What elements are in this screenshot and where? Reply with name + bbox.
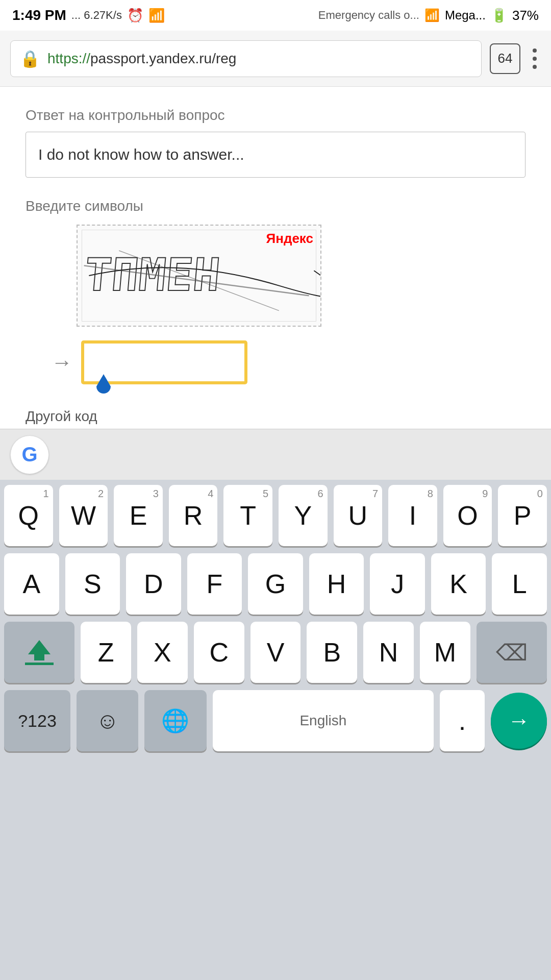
keyboard-row-1: Q1 W2 E3 R4 T5 Y6 U7 I8 O9 P0	[4, 485, 547, 546]
key-d[interactable]: D	[126, 553, 181, 615]
key-t[interactable]: T5	[223, 485, 272, 546]
url-https: https://	[47, 51, 90, 66]
key-h[interactable]: H	[309, 553, 364, 615]
captcha-input-field[interactable]	[83, 342, 246, 383]
globe-key[interactable]: 🌐	[144, 690, 206, 751]
key-j[interactable]: J	[370, 553, 425, 615]
battery-icon: 🔋	[491, 8, 507, 23]
other-code-link[interactable]: Другой код	[26, 408, 525, 425]
backspace-icon: ⌫	[496, 640, 528, 666]
key-l[interactable]: L	[492, 553, 547, 615]
keyboard-row-3: Z X C V B N M ⌫	[4, 622, 547, 683]
url-domain: passport.yandex.ru/reg	[90, 51, 236, 66]
key-i[interactable]: I8	[388, 485, 437, 546]
key-c[interactable]: C	[194, 622, 244, 683]
key-r[interactable]: R4	[169, 485, 218, 546]
key-x[interactable]: X	[137, 622, 188, 683]
shift-key[interactable]	[4, 622, 74, 683]
captcha-arrow-icon: →	[51, 350, 72, 375]
security-answer-input[interactable]: I do not know how to answer...	[26, 132, 525, 178]
enter-key[interactable]: →	[491, 693, 547, 749]
key-m[interactable]: M	[420, 622, 470, 683]
google-logo[interactable]: G	[10, 435, 49, 474]
period-key[interactable]: .	[440, 690, 485, 751]
keyboard-row-4: ?123 ☺ 🌐 English . →	[4, 690, 547, 751]
lock-icon: 🔒	[20, 49, 40, 68]
key-g[interactable]: G	[248, 553, 303, 615]
browser-menu[interactable]	[529, 48, 541, 69]
key-z[interactable]: Z	[81, 622, 131, 683]
security-answer-value: I do not know how to answer...	[38, 146, 244, 163]
key-y[interactable]: Y6	[279, 485, 328, 546]
status-left: 1:49 PM ... 6.27K/s ⏰ 📶	[12, 7, 165, 23]
captcha-section: Введите символы Яндекс ТПМЕН →	[26, 198, 525, 383]
key-n[interactable]: N	[363, 622, 414, 683]
security-answer-label: Ответ на контрольный вопрос	[26, 107, 525, 124]
space-key[interactable]: English	[213, 690, 434, 751]
key-b[interactable]: B	[307, 622, 357, 683]
captcha-input-row: →	[51, 342, 525, 383]
wifi-icon: 📶	[148, 8, 165, 23]
keyboard: Q1 W2 E3 R4 T5 Y6 U7 I8 O9 P0 A S D F G …	[0, 480, 551, 980]
shift-arrow-icon	[25, 640, 54, 665]
battery-percent: 37%	[512, 8, 539, 23]
google-bar: G	[0, 429, 551, 480]
backspace-key[interactable]: ⌫	[477, 622, 547, 683]
status-right: Emergency calls o... 📶 Mega... 🔋 37%	[318, 8, 539, 23]
num-sym-key[interactable]: ?123	[4, 690, 70, 751]
key-u[interactable]: U7	[334, 485, 383, 546]
key-w[interactable]: W2	[59, 485, 108, 546]
status-time: 1:49 PM	[12, 7, 66, 23]
key-f[interactable]: F	[187, 553, 242, 615]
network-info: ... 6.27K/s	[71, 9, 122, 22]
tab-count[interactable]: 64	[490, 43, 520, 74]
url-box[interactable]: 🔒 https://passport.yandex.ru/reg	[10, 40, 482, 77]
carrier-text: Mega...	[445, 8, 486, 22]
key-o[interactable]: O9	[443, 485, 492, 546]
alarm-icon: ⏰	[127, 8, 143, 23]
status-bar: 1:49 PM ... 6.27K/s ⏰ 📶 Emergency calls …	[0, 0, 551, 31]
google-g: G	[21, 443, 37, 466]
key-e[interactable]: E3	[114, 485, 163, 546]
emergency-text: Emergency calls o...	[318, 9, 419, 22]
captcha-svg: ТПМЕН	[78, 226, 320, 326]
key-s[interactable]: S	[65, 553, 120, 615]
key-k[interactable]: K	[431, 553, 486, 615]
key-v[interactable]: V	[251, 622, 301, 683]
url-text: https://passport.yandex.ru/reg	[47, 51, 236, 67]
browser-bar: 🔒 https://passport.yandex.ru/reg 64	[0, 31, 551, 87]
emoji-key[interactable]: ☺	[77, 690, 138, 751]
water-drop-icon	[94, 373, 113, 397]
captcha-image[interactable]: Яндекс ТПМЕН	[77, 225, 321, 327]
key-p[interactable]: P0	[498, 485, 547, 546]
keyboard-row-2: A S D F G H J K L	[4, 553, 547, 615]
captcha-label: Введите символы	[26, 198, 525, 214]
enter-arrow-icon: →	[508, 708, 530, 733]
key-q[interactable]: Q1	[4, 485, 53, 546]
key-a[interactable]: A	[4, 553, 59, 615]
signal-icon: 📶	[424, 8, 440, 22]
